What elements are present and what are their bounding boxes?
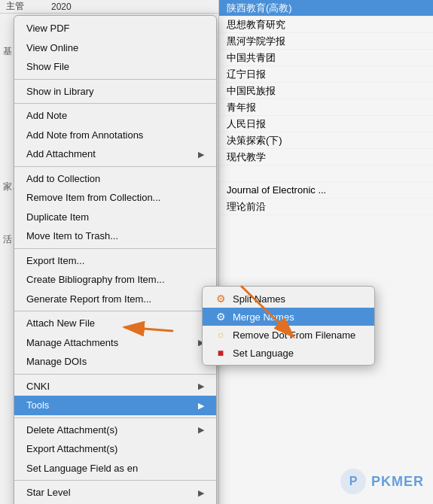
menu-item-label: Generate Report from Item... xyxy=(26,292,151,307)
submenu-item-remove-dot-from-filename[interactable]: ○Remove Dot From Filename xyxy=(203,326,374,344)
menu-item-label: Remove Item from Collection... xyxy=(26,190,160,205)
context-menu-item-add-note[interactable]: Add Note xyxy=(14,106,216,126)
menu-separator xyxy=(14,248,216,249)
context-menu-item-tools[interactable]: Tools▶ xyxy=(14,396,216,415)
context-menu-item-view-online[interactable]: View Online xyxy=(14,38,216,58)
menu-item-label: Add Note xyxy=(26,108,67,123)
submenu-item-set-language[interactable]: ■Set Language xyxy=(203,344,374,362)
menu-item-label: View Online xyxy=(26,41,78,56)
right-panel-row[interactable]: 黑河学院学报 xyxy=(219,33,433,50)
context-menu-item-export-item[interactable]: Export Item... xyxy=(14,251,216,271)
svg-text:P: P xyxy=(349,475,358,487)
context-menu-item-view-pdf[interactable]: View PDF xyxy=(14,19,216,38)
context-menu-item-set-language-field-as-en[interactable]: Set Language Field as en xyxy=(14,459,216,478)
menu-item-label: Show File xyxy=(26,59,69,74)
menu-item-label: Tools xyxy=(26,398,49,413)
menu-item-label: View PDF xyxy=(26,21,70,36)
menu-separator xyxy=(14,166,216,167)
right-panel: 陕西教育(高教)思想教育研究黑河学院学报中国共青团辽宁日报中国民族报青年报人民日… xyxy=(218,0,433,504)
context-menu-item-add-to-collection[interactable]: Add to Collection xyxy=(14,169,216,189)
menu-item-label: Attach New File xyxy=(26,316,95,331)
context-menu-item-generate-report-from-item[interactable]: Generate Report from Item... xyxy=(14,290,216,309)
menu-item-label: Export Attachment(s) xyxy=(26,442,117,457)
submenu-item-label: Set Language xyxy=(233,348,294,359)
menu-item-label: Add to Collection xyxy=(26,172,100,187)
menu-separator xyxy=(14,79,216,80)
right-rows-list: 陕西教育(高教)思想教育研究黑河学院学报中国共青团辽宁日报中国民族报青年报人民日… xyxy=(219,0,433,215)
menu-item-label: Add Note from Annotations xyxy=(26,128,143,143)
context-menu-item-add-note-from-annotations[interactable]: Add Note from Annotations xyxy=(14,126,216,145)
top-row-year: 2020 xyxy=(51,2,89,12)
menu-item-label: Create Bibliography from Item... xyxy=(26,272,165,287)
right-panel-row[interactable]: 中国共青团 xyxy=(219,50,433,66)
menu-separator xyxy=(14,480,216,481)
menu-item-label: Export Item... xyxy=(26,254,84,269)
menu-item-label: Add Attachment xyxy=(26,147,96,162)
context-menu-item-star-level[interactable]: Star Level▶ xyxy=(14,483,216,502)
context-menu-item-manage-dois[interactable]: Manage DOIs xyxy=(14,352,216,372)
context-menu-item-export-attachments[interactable]: Export Attachment(s) xyxy=(14,439,216,459)
submenu-item-label: Merge Names xyxy=(233,311,294,323)
right-panel-row[interactable]: Journal of Electronic ... xyxy=(219,182,433,199)
top-row-label: 主管 xyxy=(6,0,51,13)
right-panel-row[interactable]: 理论前沿 xyxy=(219,199,433,215)
left-label-ji: 基 xyxy=(3,45,12,58)
context-menu-item-delete-attachments[interactable]: Delete Attachment(s)▶ xyxy=(14,421,216,440)
submenu-arrow-icon: ▶ xyxy=(198,487,204,499)
context-menu-item-move-item-to-trash[interactable]: Move Item to Trash... xyxy=(14,226,216,246)
right-panel-row[interactable]: 辽宁日报 xyxy=(219,66,433,83)
context-menu-item-attach-new-file[interactable]: Attach New File xyxy=(14,314,216,333)
menu-separator xyxy=(14,311,216,311)
submenu-tools[interactable]: ⚙Split Names⚙Merge Names○Remove Dot From… xyxy=(202,286,375,366)
context-menu-item-show-in-library[interactable]: Show in Library xyxy=(14,82,216,102)
submenu-arrow-icon: ▶ xyxy=(198,424,204,436)
pkmer-text: PKMER xyxy=(371,474,424,490)
right-panel-row[interactable] xyxy=(219,165,433,182)
submenu-item-icon: ⚙ xyxy=(213,311,228,323)
context-menu[interactable]: View PDFView OnlineShow FileShow in Libr… xyxy=(14,15,217,504)
submenu-item-icon: ○ xyxy=(213,329,228,341)
submenu-item-merge-names[interactable]: ⚙Merge Names xyxy=(203,308,374,326)
right-panel-row[interactable]: 陕西教育(高教) xyxy=(219,0,433,17)
right-panel-row[interactable]: 决策探索(下) xyxy=(219,132,433,149)
right-panel-row[interactable]: 思想教育研究 xyxy=(219,17,433,33)
submenu-arrow-icon: ▶ xyxy=(198,148,204,161)
context-menu-item-manage-attachments[interactable]: Manage Attachments▶ xyxy=(14,333,216,353)
context-menu-item-show-file[interactable]: Show File xyxy=(14,57,216,77)
menu-item-label: Manage Attachments xyxy=(26,335,118,351)
menu-separator xyxy=(14,374,216,375)
menu-item-label: Delete Attachment(s) xyxy=(26,423,117,438)
submenu-arrow-icon: ▶ xyxy=(198,399,204,412)
pkmer-badge: P PKMER xyxy=(340,468,424,495)
menu-item-label: Manage DOIs xyxy=(26,354,87,369)
submenu-item-split-names[interactable]: ⚙Split Names xyxy=(203,290,374,308)
menu-item-label: Move Item to Trash... xyxy=(26,229,118,244)
context-menu-item-cnki[interactable]: CNKI▶ xyxy=(14,377,216,396)
menu-separator xyxy=(14,417,216,418)
context-menu-item-add-attachment[interactable]: Add Attachment▶ xyxy=(14,144,216,164)
submenu-item-icon: ■ xyxy=(213,347,228,359)
left-label-active: 活 xyxy=(3,233,12,246)
right-panel-row[interactable]: 人民日报 xyxy=(219,116,433,132)
submenu-item-icon: ⚙ xyxy=(213,293,228,305)
submenu-item-label: Remove Dot From Filename xyxy=(233,329,355,341)
context-menu-item-remove-item-from-collection[interactable]: Remove Item from Collection... xyxy=(14,188,216,208)
menu-item-label: CNKI xyxy=(26,379,50,394)
menu-item-label: Set Language Field as en xyxy=(26,461,138,476)
right-panel-row[interactable]: 青年报 xyxy=(219,99,433,116)
menu-separator xyxy=(14,103,216,104)
submenu-arrow-icon: ▶ xyxy=(198,380,204,393)
context-menu-item-duplicate-item[interactable]: Duplicate Item xyxy=(14,208,216,227)
submenu-item-label: Split Names xyxy=(233,293,285,305)
context-menu-item-create-bibliography-from-item[interactable]: Create Bibliography from Item... xyxy=(14,270,216,290)
pkmer-logo-icon: P xyxy=(340,468,367,495)
menu-item-label: Show in Library xyxy=(26,84,94,99)
right-panel-row[interactable]: 现代教学 xyxy=(219,149,433,165)
right-panel-row[interactable]: 中国民族报 xyxy=(219,83,433,99)
menu-item-label: Star Level xyxy=(26,485,71,500)
menu-item-label: Duplicate Item xyxy=(26,210,89,225)
